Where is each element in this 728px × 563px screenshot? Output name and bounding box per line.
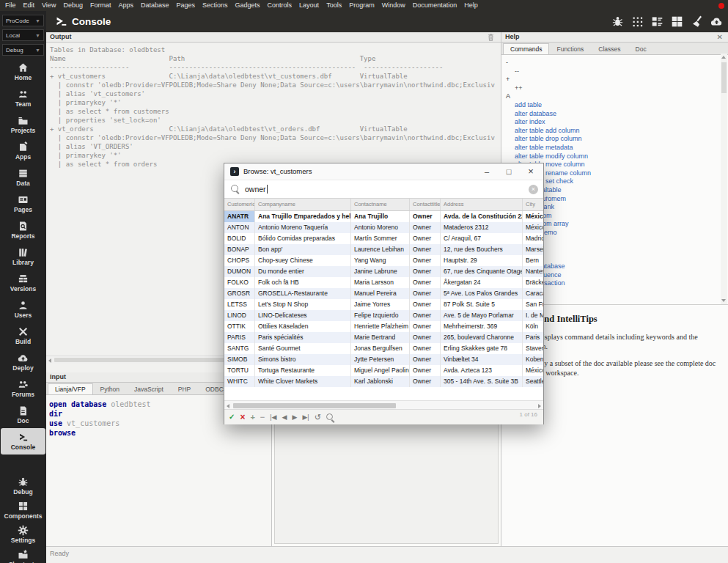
sidebar-item-data[interactable]: Data bbox=[0, 164, 46, 191]
sidebar-item-settings[interactable]: Settings bbox=[0, 522, 46, 546]
sidebar-item-library[interactable]: Library bbox=[0, 243, 46, 270]
search-input[interactable]: owner × bbox=[224, 180, 543, 199]
help-command-link[interactable]: alter table modify column bbox=[501, 152, 721, 161]
clear-search-icon[interactable]: × bbox=[529, 185, 538, 194]
column-header-address[interactable]: Address bbox=[441, 199, 523, 210]
help-vertical-scrollbar[interactable] bbox=[721, 54, 727, 304]
column-header-contactname[interactable]: Contactname bbox=[351, 199, 410, 210]
table-row[interactable]: LINODLINO-DelicatesesFelipe IzquierdoOwn… bbox=[224, 310, 543, 321]
first-icon[interactable]: |◀ bbox=[270, 411, 276, 424]
browse-window-title-bar[interactable]: › Browse: vt_customers – □ × bbox=[224, 163, 543, 180]
layout-list-icon[interactable] bbox=[650, 15, 664, 28]
menu-tools[interactable]: Tools bbox=[323, 0, 345, 11]
menu-edit[interactable]: Edit bbox=[20, 0, 39, 11]
table-row[interactable]: WHITCWhite Clover MarketsKarl JablonskiO… bbox=[224, 376, 543, 387]
menu-database[interactable]: Database bbox=[137, 0, 173, 11]
sidebar-item-build[interactable]: Build bbox=[0, 323, 46, 349]
menu-controls[interactable]: Controls bbox=[264, 0, 296, 11]
column-header-city[interactable]: City bbox=[523, 199, 548, 210]
sidebar-item-doc[interactable]: Doc bbox=[0, 402, 46, 428]
sidebar-item-users[interactable]: Users bbox=[0, 296, 46, 323]
sidebar-item-home[interactable]: Home bbox=[0, 59, 46, 85]
menu-gadgets[interactable]: Gadgets bbox=[232, 0, 264, 11]
menu-file[interactable]: File bbox=[1, 0, 20, 11]
sidebar-dropdown-procode[interactable]: ProCode▼ bbox=[2, 15, 44, 26]
menu-program[interactable]: Program bbox=[345, 0, 378, 11]
bug-icon[interactable] bbox=[611, 15, 625, 28]
sidebar-item-debug[interactable]: Debug bbox=[0, 474, 46, 498]
next-icon[interactable]: ▶ bbox=[292, 411, 297, 424]
table-row[interactable]: BONAPBon app'Laurence LebihanOwner12, ru… bbox=[224, 244, 543, 255]
menu-debug[interactable]: Debug bbox=[59, 0, 87, 11]
scrollbar-thumb[interactable] bbox=[233, 403, 396, 408]
sidebar-item-console[interactable]: Console bbox=[1, 428, 45, 455]
scroll-left-icon[interactable] bbox=[48, 358, 51, 363]
table-row[interactable]: DUMONDu monde entierJanine LabruneOwner6… bbox=[224, 266, 543, 277]
sidebar-item-shortcuts[interactable]: Shortcuts bbox=[0, 546, 46, 563]
prev-icon[interactable]: ◀ bbox=[282, 411, 287, 424]
table-row[interactable]: FOLKOFolk och fä HBMaria LarssonOwnerÅke… bbox=[224, 277, 543, 288]
help-command-link[interactable]: alter table add column bbox=[501, 127, 721, 136]
column-header-customerid[interactable]: Customerid bbox=[224, 199, 255, 210]
close-button[interactable]: × bbox=[520, 163, 542, 180]
menu-view[interactable]: View bbox=[38, 0, 59, 11]
table-row[interactable]: CHOPSChop-suey ChineseYang WangOwnerHaup… bbox=[224, 255, 543, 266]
menu-pages[interactable]: Pages bbox=[172, 0, 199, 11]
cloud-upload-icon[interactable] bbox=[710, 15, 724, 28]
tab-functions[interactable]: Functions bbox=[549, 43, 591, 54]
broom-icon[interactable] bbox=[690, 15, 704, 28]
menu-documentation[interactable]: Documentation bbox=[409, 0, 461, 11]
check-icon[interactable]: ✓ bbox=[229, 411, 235, 424]
column-header-contacttitle[interactable]: Contacttitle bbox=[410, 199, 441, 210]
tab-php[interactable]: PHP bbox=[171, 383, 198, 394]
help-command-link[interactable]: add table bbox=[501, 101, 721, 110]
menu-apps[interactable]: Apps bbox=[114, 0, 137, 11]
table-row[interactable]: SANTGSanté GourmetJonas BergulfsenOwnerE… bbox=[224, 343, 543, 354]
help-command-link[interactable]: alter database bbox=[501, 110, 721, 119]
menu-sections[interactable]: Sections bbox=[199, 0, 232, 11]
minimize-button[interactable]: – bbox=[476, 163, 498, 180]
table-row[interactable]: LETSSLet's Stop N ShopJaime YorresOwner8… bbox=[224, 299, 543, 310]
sidebar-item-apps[interactable]: Apps bbox=[0, 138, 46, 164]
menu-help[interactable]: Help bbox=[460, 0, 482, 11]
cross-icon[interactable]: × bbox=[240, 411, 245, 424]
scroll-left-icon[interactable] bbox=[227, 404, 229, 408]
tab-javascript[interactable]: JavaScript bbox=[127, 383, 171, 394]
table-row[interactable]: BOLIDBólido Comidas preparadasMartín Som… bbox=[224, 233, 543, 244]
tab-commands[interactable]: Commands bbox=[503, 43, 549, 54]
scrollbar-thumb[interactable] bbox=[721, 62, 727, 93]
column-header-companyname[interactable]: Companyname bbox=[255, 199, 351, 210]
table-row[interactable]: OTTIKOttilies KäseladenHenriette Pfalzhe… bbox=[224, 321, 543, 332]
table-row[interactable]: ANTONAntonio Moreno TaqueríaAntonio More… bbox=[224, 222, 543, 233]
scroll-up-icon[interactable] bbox=[721, 56, 726, 59]
help-command-link[interactable]: alter table metadata bbox=[501, 144, 721, 152]
tab-python[interactable]: Python bbox=[93, 383, 127, 394]
layout-grid-icon[interactable] bbox=[670, 15, 684, 28]
menu-format[interactable]: Format bbox=[87, 0, 115, 11]
table-row[interactable]: ANATRAna Trujillo Emparedados y heladosA… bbox=[224, 211, 543, 222]
sidebar-item-pages[interactable]: Pages bbox=[0, 191, 46, 217]
sidebar-dropdown-local[interactable]: Local▼ bbox=[2, 29, 44, 41]
table-row[interactable]: TORTUTortuga RestauranteMiguel Angel Pao… bbox=[224, 365, 543, 376]
grid-dots-icon[interactable] bbox=[630, 15, 644, 28]
sidebar-item-versions[interactable]: Versions bbox=[0, 270, 46, 296]
table-row[interactable]: GROSRGROSELLA-RestauranteManuel PereiraO… bbox=[224, 288, 543, 299]
sidebar-item-components[interactable]: Components bbox=[0, 498, 46, 522]
plus-icon[interactable]: + bbox=[250, 411, 254, 424]
help-close-icon[interactable]: ✕ bbox=[717, 32, 723, 42]
table-row[interactable]: SIMOBSimons bistroJytte PetersenOwnerVin… bbox=[224, 354, 543, 365]
minus-icon[interactable]: − bbox=[260, 411, 265, 424]
scroll-right-icon[interactable] bbox=[538, 404, 541, 408]
refresh-icon[interactable]: ↺ bbox=[315, 411, 321, 424]
last-icon[interactable]: ▶| bbox=[302, 411, 309, 424]
sidebar-item-deploy[interactable]: Deploy bbox=[0, 349, 46, 375]
sidebar-item-reports[interactable]: Reports bbox=[0, 217, 46, 243]
tab-lianja-vfp[interactable]: Lianja/VFP bbox=[48, 383, 93, 394]
sidebar-dropdown-debug[interactable]: Debug▼ bbox=[2, 44, 44, 56]
menu-layout[interactable]: Layout bbox=[295, 0, 323, 11]
sidebar-item-projects[interactable]: Projects bbox=[0, 111, 46, 138]
menu-window[interactable]: Window bbox=[378, 0, 409, 11]
help-command-link[interactable]: alter index bbox=[501, 118, 721, 127]
maximize-button[interactable]: □ bbox=[498, 163, 520, 180]
tab-doc[interactable]: Doc bbox=[628, 43, 654, 54]
